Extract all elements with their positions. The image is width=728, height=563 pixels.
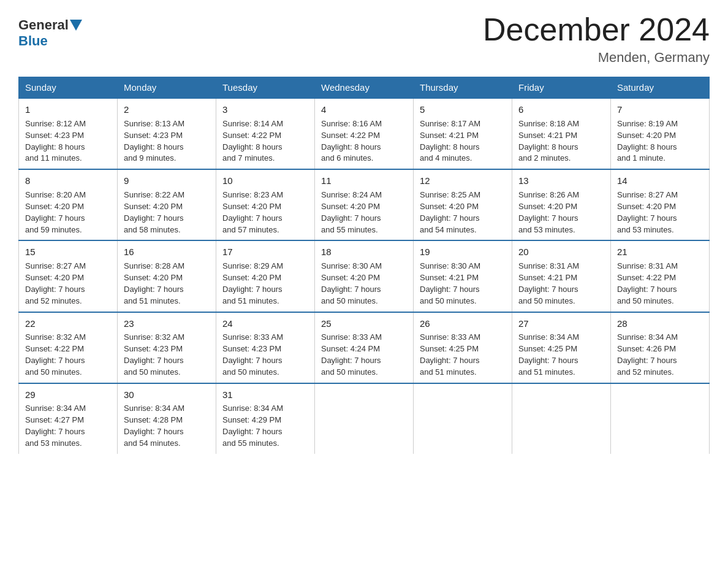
day-number: 2 — [124, 103, 210, 117]
calendar-cell: 30Sunrise: 8:34 AMSunset: 4:28 PMDayligh… — [118, 383, 216, 454]
month-title: December 2024 — [483, 12, 710, 47]
day-info: Sunrise: 8:34 AMSunset: 4:28 PMDaylight:… — [124, 403, 210, 449]
calendar-row-1: 1Sunrise: 8:12 AMSunset: 4:23 PMDaylight… — [19, 98, 710, 169]
page-header: General Blue December 2024 Menden, Germa… — [18, 12, 710, 66]
calendar-row-5: 29Sunrise: 8:34 AMSunset: 4:27 PMDayligh… — [19, 383, 710, 454]
day-info: Sunrise: 8:32 AMSunset: 4:22 PMDaylight:… — [25, 332, 111, 378]
col-header-saturday: Saturday — [611, 77, 710, 99]
calendar-cell: 21Sunrise: 8:31 AMSunset: 4:22 PMDayligh… — [611, 240, 710, 312]
day-number: 15 — [25, 245, 111, 259]
day-number: 30 — [124, 388, 210, 402]
day-number: 28 — [617, 317, 703, 331]
logo-general-text: General — [18, 17, 69, 33]
day-number: 18 — [321, 245, 407, 259]
calendar-cell — [512, 383, 611, 454]
day-number: 12 — [420, 174, 506, 188]
day-info: Sunrise: 8:18 AMSunset: 4:21 PMDaylight:… — [518, 118, 604, 164]
col-header-friday: Friday — [512, 77, 611, 99]
day-number: 6 — [518, 103, 604, 117]
calendar-cell: 10Sunrise: 8:23 AMSunset: 4:20 PMDayligh… — [216, 169, 315, 240]
calendar-cell — [414, 383, 512, 454]
title-block: December 2024 Menden, Germany — [483, 12, 710, 66]
day-info: Sunrise: 8:17 AMSunset: 4:21 PMDaylight:… — [420, 118, 506, 164]
day-number: 27 — [518, 317, 604, 331]
calendar-cell — [315, 383, 414, 454]
day-info: Sunrise: 8:33 AMSunset: 4:24 PMDaylight:… — [321, 332, 407, 378]
day-info: Sunrise: 8:31 AMSunset: 4:21 PMDaylight:… — [518, 261, 604, 307]
day-info: Sunrise: 8:34 AMSunset: 4:27 PMDaylight:… — [25, 403, 111, 449]
calendar-cell: 26Sunrise: 8:33 AMSunset: 4:25 PMDayligh… — [414, 312, 512, 383]
calendar-cell: 12Sunrise: 8:25 AMSunset: 4:20 PMDayligh… — [414, 169, 512, 240]
day-number: 31 — [222, 388, 308, 402]
day-info: Sunrise: 8:28 AMSunset: 4:20 PMDaylight:… — [124, 261, 210, 307]
day-info: Sunrise: 8:25 AMSunset: 4:20 PMDaylight:… — [420, 190, 506, 236]
day-number: 25 — [321, 317, 407, 331]
day-number: 9 — [124, 174, 210, 188]
calendar-cell: 16Sunrise: 8:28 AMSunset: 4:20 PMDayligh… — [118, 240, 216, 312]
calendar-cell: 22Sunrise: 8:32 AMSunset: 4:22 PMDayligh… — [19, 312, 118, 383]
calendar-cell: 15Sunrise: 8:27 AMSunset: 4:20 PMDayligh… — [19, 240, 118, 312]
calendar-cell: 7Sunrise: 8:19 AMSunset: 4:20 PMDaylight… — [611, 98, 710, 169]
day-info: Sunrise: 8:31 AMSunset: 4:22 PMDaylight:… — [617, 261, 703, 307]
calendar-cell: 4Sunrise: 8:16 AMSunset: 4:22 PMDaylight… — [315, 98, 414, 169]
col-header-sunday: Sunday — [19, 77, 118, 99]
day-number: 13 — [518, 174, 604, 188]
day-number: 1 — [25, 103, 111, 117]
calendar-cell: 1Sunrise: 8:12 AMSunset: 4:23 PMDaylight… — [19, 98, 118, 169]
day-number: 11 — [321, 174, 407, 188]
col-header-thursday: Thursday — [414, 77, 512, 99]
calendar-cell: 11Sunrise: 8:24 AMSunset: 4:20 PMDayligh… — [315, 169, 414, 240]
col-header-monday: Monday — [118, 77, 216, 99]
day-number: 29 — [25, 388, 111, 402]
day-info: Sunrise: 8:27 AMSunset: 4:20 PMDaylight:… — [617, 190, 703, 236]
calendar-cell: 20Sunrise: 8:31 AMSunset: 4:21 PMDayligh… — [512, 240, 611, 312]
day-info: Sunrise: 8:34 AMSunset: 4:26 PMDaylight:… — [617, 332, 703, 378]
calendar-cell: 6Sunrise: 8:18 AMSunset: 4:21 PMDaylight… — [512, 98, 611, 169]
day-info: Sunrise: 8:30 AMSunset: 4:21 PMDaylight:… — [420, 261, 506, 307]
day-info: Sunrise: 8:29 AMSunset: 4:20 PMDaylight:… — [222, 261, 308, 307]
day-info: Sunrise: 8:30 AMSunset: 4:20 PMDaylight:… — [321, 261, 407, 307]
day-number: 14 — [617, 174, 703, 188]
day-number: 23 — [124, 317, 210, 331]
day-number: 8 — [25, 174, 111, 188]
col-header-wednesday: Wednesday — [315, 77, 414, 99]
day-number: 24 — [222, 317, 308, 331]
day-info: Sunrise: 8:19 AMSunset: 4:20 PMDaylight:… — [617, 118, 703, 164]
calendar-cell: 8Sunrise: 8:20 AMSunset: 4:20 PMDaylight… — [19, 169, 118, 240]
col-header-tuesday: Tuesday — [216, 77, 315, 99]
day-number: 22 — [25, 317, 111, 331]
day-info: Sunrise: 8:14 AMSunset: 4:22 PMDaylight:… — [222, 118, 308, 164]
day-number: 16 — [124, 245, 210, 259]
day-number: 5 — [420, 103, 506, 117]
calendar-cell: 24Sunrise: 8:33 AMSunset: 4:23 PMDayligh… — [216, 312, 315, 383]
logo-triangle-icon — [70, 20, 82, 31]
day-number: 26 — [420, 317, 506, 331]
calendar-cell: 29Sunrise: 8:34 AMSunset: 4:27 PMDayligh… — [19, 383, 118, 454]
day-number: 3 — [222, 103, 308, 117]
day-info: Sunrise: 8:33 AMSunset: 4:23 PMDaylight:… — [222, 332, 308, 378]
day-number: 19 — [420, 245, 506, 259]
day-number: 10 — [222, 174, 308, 188]
day-info: Sunrise: 8:20 AMSunset: 4:20 PMDaylight:… — [25, 190, 111, 236]
calendar-cell: 25Sunrise: 8:33 AMSunset: 4:24 PMDayligh… — [315, 312, 414, 383]
day-info: Sunrise: 8:34 AMSunset: 4:25 PMDaylight:… — [518, 332, 604, 378]
day-info: Sunrise: 8:23 AMSunset: 4:20 PMDaylight:… — [222, 190, 308, 236]
calendar-cell: 3Sunrise: 8:14 AMSunset: 4:22 PMDaylight… — [216, 98, 315, 169]
day-info: Sunrise: 8:32 AMSunset: 4:23 PMDaylight:… — [124, 332, 210, 378]
day-info: Sunrise: 8:13 AMSunset: 4:23 PMDaylight:… — [124, 118, 210, 164]
calendar-cell: 17Sunrise: 8:29 AMSunset: 4:20 PMDayligh… — [216, 240, 315, 312]
calendar-cell: 27Sunrise: 8:34 AMSunset: 4:25 PMDayligh… — [512, 312, 611, 383]
calendar-cell: 28Sunrise: 8:34 AMSunset: 4:26 PMDayligh… — [611, 312, 710, 383]
day-info: Sunrise: 8:12 AMSunset: 4:23 PMDaylight:… — [25, 118, 111, 164]
day-number: 17 — [222, 245, 308, 259]
calendar-cell: 23Sunrise: 8:32 AMSunset: 4:23 PMDayligh… — [118, 312, 216, 383]
calendar-cell: 18Sunrise: 8:30 AMSunset: 4:20 PMDayligh… — [315, 240, 414, 312]
day-number: 20 — [518, 245, 604, 259]
calendar-cell — [611, 383, 710, 454]
calendar-cell: 2Sunrise: 8:13 AMSunset: 4:23 PMDaylight… — [118, 98, 216, 169]
day-info: Sunrise: 8:34 AMSunset: 4:29 PMDaylight:… — [222, 403, 308, 449]
logo: General Blue — [18, 17, 83, 49]
day-number: 7 — [617, 103, 703, 117]
day-info: Sunrise: 8:26 AMSunset: 4:20 PMDaylight:… — [518, 190, 604, 236]
day-info: Sunrise: 8:27 AMSunset: 4:20 PMDaylight:… — [25, 261, 111, 307]
